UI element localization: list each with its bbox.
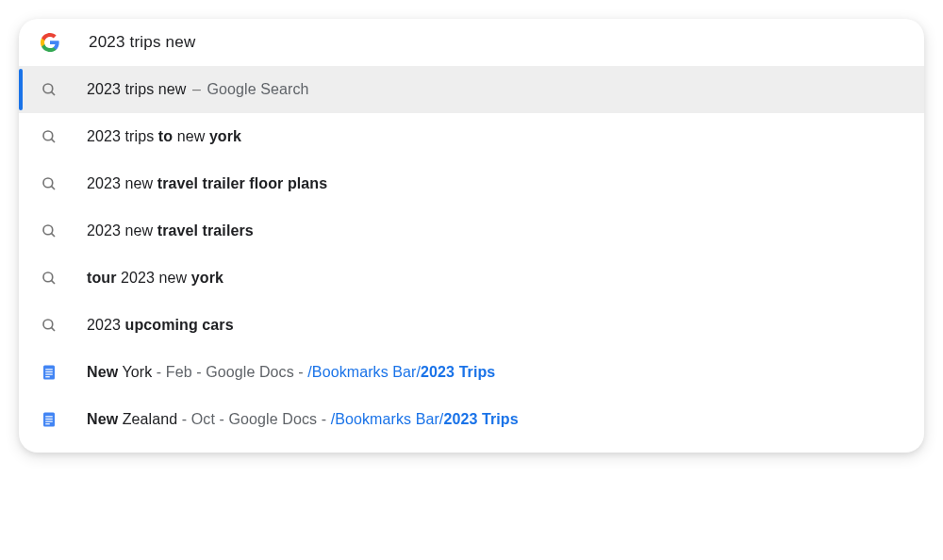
search-icon — [40, 222, 58, 240]
suggestions-list: 2023 trips new – Google Search2023 trips… — [19, 66, 924, 443]
search-icon — [40, 316, 58, 335]
omnibox-dropdown: 2023 trips new – Google Search2023 trips… — [19, 19, 924, 453]
svg-point-6 — [43, 225, 53, 235]
svg-point-2 — [43, 131, 53, 140]
svg-line-7 — [51, 233, 55, 237]
svg-rect-21 — [45, 423, 50, 424]
search-input[interactable] — [89, 33, 907, 52]
search-icon — [40, 127, 58, 146]
svg-rect-13 — [45, 369, 53, 370]
search-icon — [40, 269, 58, 288]
svg-rect-20 — [45, 421, 53, 422]
suggestion-row[interactable]: 2023 trips new – Google Search — [19, 66, 924, 113]
doc-icon — [40, 363, 58, 382]
svg-line-1 — [51, 91, 55, 95]
svg-rect-14 — [45, 371, 53, 372]
svg-line-11 — [51, 327, 55, 331]
doc-icon — [40, 410, 58, 429]
suggestion-text: tour 2023 new york — [87, 270, 223, 287]
suggestion-text: 2023 upcoming cars — [87, 317, 234, 334]
svg-line-9 — [51, 280, 55, 284]
suggestion-row[interactable]: New Zealand - Oct - Google Docs - /Bookm… — [19, 396, 924, 443]
suggestion-row[interactable]: tour 2023 new york — [19, 255, 924, 302]
svg-point-10 — [43, 320, 53, 329]
svg-line-3 — [51, 139, 55, 142]
suggestion-row[interactable]: 2023 trips to new york — [19, 113, 924, 160]
svg-point-4 — [43, 178, 53, 188]
svg-line-5 — [51, 186, 55, 189]
suggestion-text: 2023 new travel trailers — [87, 222, 254, 239]
suggestion-text: New Zealand - Oct - Google Docs - /Bookm… — [87, 411, 519, 428]
google-g-icon — [40, 32, 60, 53]
svg-point-8 — [43, 272, 53, 282]
suggestion-row[interactable]: 2023 new travel trailer floor plans — [19, 160, 924, 207]
search-icon — [40, 80, 58, 99]
search-icon — [40, 174, 58, 193]
svg-rect-19 — [45, 419, 53, 420]
suggestion-row[interactable]: New York - Feb - Google Docs - /Bookmark… — [19, 349, 924, 396]
suggestion-row[interactable]: 2023 new travel trailers — [19, 207, 924, 255]
suggestion-text: 2023 trips to new york — [87, 128, 241, 145]
svg-point-0 — [43, 84, 53, 93]
suggestion-row[interactable]: 2023 upcoming cars — [19, 302, 924, 349]
svg-rect-16 — [45, 376, 50, 377]
svg-rect-18 — [45, 416, 53, 417]
svg-rect-15 — [45, 374, 53, 375]
suggestion-text: 2023 new travel trailer floor plans — [87, 175, 327, 192]
suggestion-text: 2023 trips new – Google Search — [87, 81, 309, 98]
suggestion-text: New York - Feb - Google Docs - /Bookmark… — [87, 364, 495, 381]
search-row[interactable] — [19, 19, 924, 66]
